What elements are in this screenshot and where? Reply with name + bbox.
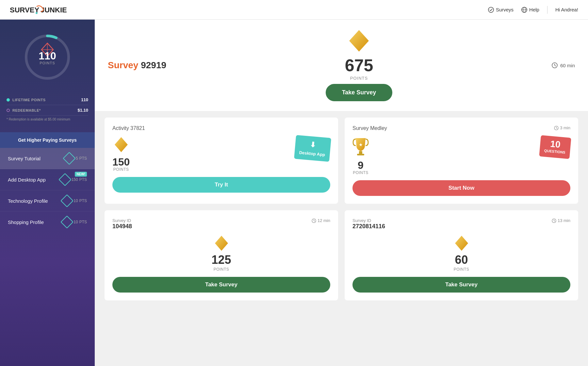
featured-survey-title: Survey 92919 [108, 60, 166, 71]
badge-download-icon: ⬇ [300, 139, 326, 151]
card3-survey-num: 104948 [112, 223, 132, 230]
featured-time-value: 60 min [560, 63, 575, 68]
nav-help-label: Help [529, 7, 539, 12]
cards-grid: Activity 37821 [95, 111, 588, 310]
card4-pts-num: 60 [455, 254, 468, 266]
card2-pts-label: Points [353, 170, 368, 175]
survey-tutorial-label: Survey Tutorial [8, 156, 41, 161]
higher-paying-btn[interactable]: Get Higher Paying Surveys [0, 132, 95, 148]
sidebar-item-shopping-profile[interactable]: Shopping Profile 10 PTS [0, 212, 95, 232]
sidebar-item-survey-tutorial[interactable]: Survey Tutorial 5 PTS [0, 148, 95, 169]
card3-body: 125 Points [112, 235, 330, 272]
clock-icon-card2 [554, 126, 559, 130]
add-desktop-pts: 150 PTS [72, 177, 87, 182]
clock-icon-featured [552, 62, 558, 68]
card3-diamond [213, 235, 230, 253]
logo-svg: SURVEY JUNKIE [10, 4, 72, 16]
sidebar-item-add-desktop-app[interactable]: Add Desktop App NEW! 150 PTS [0, 169, 95, 190]
featured-survey: Survey 92919 [95, 20, 588, 111]
sidebar-points-label: POINTS [39, 61, 56, 65]
card4-body: 60 Points [352, 235, 570, 272]
card3-pts-label: Points [214, 267, 229, 272]
nav-surveys-label: Surveys [496, 7, 514, 12]
tech-profile-label: Technology Profile [8, 198, 48, 204]
diamond-outline-icon2 [58, 173, 72, 186]
shopping-profile-pts: 10 PTS [74, 220, 87, 224]
svg-text:SURVEY: SURVEY [10, 6, 39, 14]
svg-rect-25 [357, 154, 364, 155]
redeemable-label: REDEEMABLE* [7, 108, 41, 112]
card2-start-now-btn[interactable]: Start Now [352, 180, 570, 196]
featured-num-val: 92919 [141, 60, 166, 70]
card-activity-37821: Activity 37821 [105, 118, 338, 204]
badge-desktop-label: Desktop App [299, 150, 325, 157]
globe-icon [521, 7, 527, 13]
card4-pts-label: Points [454, 267, 469, 272]
svg-line-29 [314, 221, 315, 221]
clock-icon-card3 [312, 218, 316, 223]
svg-line-23 [556, 128, 557, 129]
svg-text:★: ★ [359, 142, 363, 147]
card1-try-it-btn[interactable]: Try It [112, 177, 330, 193]
card2-points-block: ★ 9 Points [352, 136, 369, 175]
featured-center-block: 675 POINTS Take Survey [326, 29, 393, 101]
card2-pts-num: 9 [358, 160, 364, 170]
card4-take-survey-btn[interactable]: Take Survey [352, 277, 570, 293]
lifetime-value: 110 [81, 97, 88, 102]
clock-icon-card4 [552, 218, 556, 223]
svg-line-33 [554, 221, 555, 221]
svg-text:JUNKIE: JUNKIE [41, 6, 67, 14]
lifetime-points-row: LIFETIME POINTS 110 [7, 95, 88, 105]
desktop-app-badge: ⬇ Desktop App [294, 135, 331, 162]
menu-item-left: Survey Tutorial [8, 156, 41, 161]
content-area: Survey 92919 [95, 20, 588, 366]
svg-marker-16 [349, 30, 369, 52]
svg-point-2 [36, 12, 38, 14]
card3-take-survey-btn[interactable]: Take Survey [112, 277, 330, 293]
card1-diamond [113, 136, 129, 154]
sidebar-profile: 110 POINTS [0, 26, 95, 95]
nav-help[interactable]: Help [521, 7, 539, 13]
redeemable-value: $1.10 [77, 108, 88, 113]
svg-line-12 [41, 43, 47, 50]
tech-profile-pts: 10 PTS [74, 199, 87, 203]
sidebar-stats: LIFETIME POINTS 110 REDEEMABLE* $1.10 * … [0, 95, 95, 132]
featured-take-survey-btn[interactable]: Take Survey [326, 84, 393, 101]
sidebar-points-display: 110 POINTS [39, 51, 56, 65]
card2-title: Survey Medley [352, 125, 387, 131]
svg-point-3 [488, 7, 494, 12]
lifetime-label: LIFETIME POINTS [7, 98, 46, 102]
card1-points-block: 150 POINTS [112, 136, 130, 172]
nav-surveys[interactable]: Surveys [488, 7, 514, 13]
header-right: Surveys Help Hi Andrea! [488, 6, 578, 14]
card4-time-val: 13 min [558, 218, 570, 223]
new-badge: NEW! [75, 172, 87, 177]
shopping-profile-label: Shopping Profile [8, 219, 44, 225]
lifetime-dot [7, 98, 10, 102]
sidebar-item-technology-profile[interactable]: Technology Profile 10 PTS [0, 190, 95, 212]
svg-marker-20 [115, 137, 128, 152]
sidebar: 110 POINTS LIFETIME POINTS 110 REDEEMABL… [0, 20, 95, 366]
featured-points-label: POINTS [350, 76, 368, 81]
svg-marker-30 [215, 236, 228, 251]
card4-header: Survey ID 2720814116 13 min [352, 218, 570, 230]
card2-time-val: 3 min [560, 125, 570, 130]
logo: SURVEY JUNKIE [10, 4, 72, 16]
redemption-note: * Redemption is available at $5.00 minim… [7, 116, 88, 126]
svg-marker-34 [455, 236, 468, 251]
featured-title-survey: Survey [108, 60, 138, 70]
redeemable-dot [7, 109, 10, 112]
diamond-outline-icon3 [60, 194, 74, 207]
svg-rect-24 [359, 151, 362, 154]
card3-time: 12 min [312, 218, 330, 223]
card2-trophy: ★ [352, 136, 369, 157]
points-circle: 110 POINTS [23, 33, 72, 82]
card4-survey-num: 2720814116 [352, 223, 385, 230]
header: SURVEY JUNKIE Surveys Help Hi Andrea! [0, 0, 588, 20]
card-survey-2720814116: Survey ID 2720814116 13 min [345, 210, 578, 300]
add-desktop-label: Add Desktop App [8, 177, 46, 183]
card1-body: 150 POINTS ⬇ Desktop App [112, 136, 330, 172]
featured-time: 60 min [552, 62, 575, 68]
featured-diamond-wrap: 675 POINTS [345, 29, 373, 81]
card2-time: 3 min [554, 125, 570, 130]
